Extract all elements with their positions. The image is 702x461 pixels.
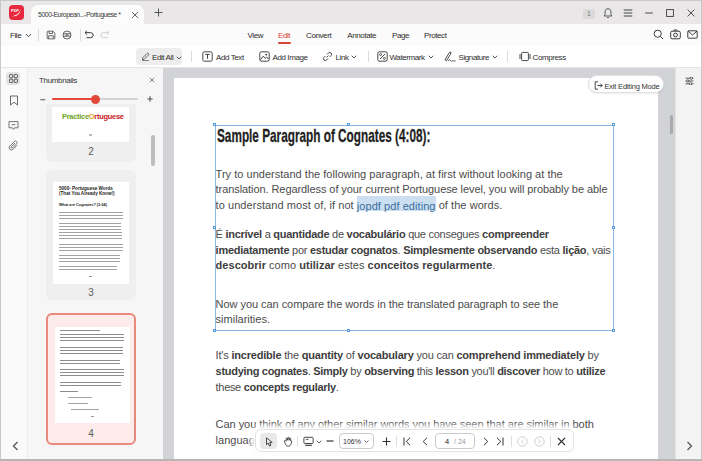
svg-text:PDF: PDF xyxy=(11,8,20,13)
